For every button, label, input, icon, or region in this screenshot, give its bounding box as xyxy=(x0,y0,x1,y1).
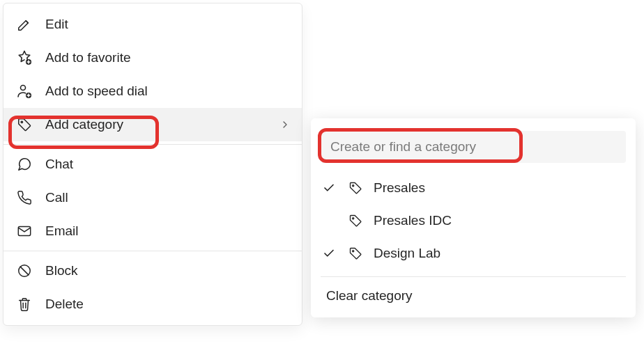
menu-label: Edit xyxy=(45,17,68,32)
category-submenu: Presales Presales IDC xyxy=(311,118,636,317)
menu-label: Add to speed dial xyxy=(45,84,148,99)
svg-point-9 xyxy=(353,184,354,186)
menu-item-block[interactable]: Block xyxy=(3,254,302,288)
search-wrapper xyxy=(311,131,636,167)
menu-item-add-speed-dial[interactable]: Add to speed dial xyxy=(3,74,302,108)
menu-item-email[interactable]: Email xyxy=(3,214,302,248)
menu-label: Email xyxy=(45,223,79,239)
menu-label: Delete xyxy=(45,297,84,312)
mail-icon xyxy=(16,223,33,239)
block-icon xyxy=(16,262,33,279)
menu-label: Call xyxy=(45,190,68,205)
svg-point-11 xyxy=(353,250,354,251)
menu-item-add-favorite[interactable]: Add to favorite xyxy=(3,41,302,74)
menu-label: Add category xyxy=(45,117,123,132)
clear-label: Clear category xyxy=(326,288,413,303)
pencil-icon xyxy=(16,16,33,33)
tag-icon xyxy=(16,116,33,133)
menu-item-chat[interactable]: Chat xyxy=(3,148,302,181)
person-plus-icon xyxy=(16,83,33,100)
clear-category-button[interactable]: Clear category xyxy=(311,277,636,310)
category-label: Presales xyxy=(374,180,425,196)
svg-point-3 xyxy=(21,121,22,123)
category-item[interactable]: Presales xyxy=(321,171,626,204)
check-icon xyxy=(321,182,337,194)
tag-icon xyxy=(347,246,364,260)
tag-icon xyxy=(347,181,364,195)
menu-divider xyxy=(3,144,302,145)
svg-rect-4 xyxy=(18,227,30,236)
menu-item-call[interactable]: Call xyxy=(3,181,302,214)
category-list: Presales Presales IDC xyxy=(311,167,636,269)
menu-label: Chat xyxy=(45,157,73,172)
star-plus-icon xyxy=(16,49,33,66)
context-menu: Edit Add to favorite Add to speed dial xyxy=(3,3,302,326)
svg-line-6 xyxy=(20,267,29,275)
menu-item-edit[interactable]: Edit xyxy=(3,8,302,41)
chevron-right-icon xyxy=(279,119,291,130)
menu-label: Add to favorite xyxy=(45,50,131,65)
category-item[interactable]: Presales IDC xyxy=(321,204,626,237)
svg-point-10 xyxy=(353,217,354,219)
category-label: Design Lab xyxy=(374,246,440,261)
category-label: Presales IDC xyxy=(374,213,452,228)
trash-icon xyxy=(16,296,33,313)
menu-item-delete[interactable]: Delete xyxy=(3,288,302,321)
category-item[interactable]: Design Lab xyxy=(321,237,626,269)
category-search-input[interactable] xyxy=(321,131,626,163)
check-icon xyxy=(321,247,337,260)
tag-icon xyxy=(347,214,364,228)
menu-label: Block xyxy=(45,263,77,278)
chat-icon xyxy=(16,156,33,173)
phone-icon xyxy=(16,189,33,206)
menu-divider xyxy=(3,251,302,251)
svg-point-1 xyxy=(21,86,26,90)
menu-item-add-category[interactable]: Add category xyxy=(3,108,302,141)
